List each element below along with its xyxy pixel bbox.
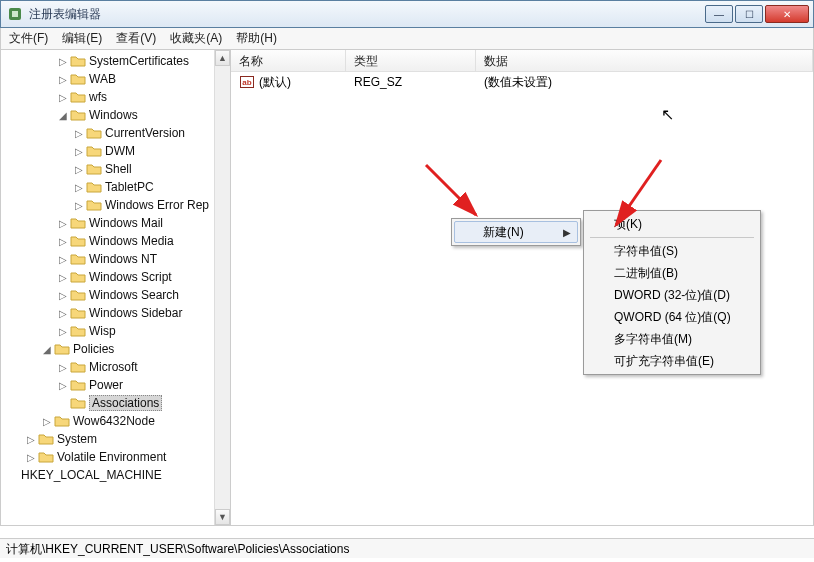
menu-item-string[interactable]: 字符串值(S): [586, 240, 758, 262]
tree-node[interactable]: ▷SystemCertificates: [3, 52, 230, 70]
menu-favorites[interactable]: 收藏夹(A): [170, 30, 222, 47]
expand-icon[interactable]: ▷: [25, 434, 37, 445]
tree-node[interactable]: ▷Windows Script: [3, 268, 230, 286]
tree-node[interactable]: ◢Windows: [3, 106, 230, 124]
menu-edit[interactable]: 编辑(E): [62, 30, 102, 47]
tree-label: System: [57, 432, 97, 446]
expand-icon[interactable]: ▷: [57, 272, 69, 283]
folder-icon: [38, 432, 54, 446]
folder-icon: [86, 126, 102, 140]
tree-node[interactable]: HKEY_LOCAL_MACHINE: [3, 466, 230, 484]
string-value-icon: ab: [239, 75, 255, 89]
row-name: (默认): [259, 74, 291, 91]
column-headers: 名称 类型 数据: [231, 50, 813, 72]
expand-icon[interactable]: ▷: [57, 380, 69, 391]
tree-scrollbar[interactable]: ▲ ▼: [214, 50, 230, 525]
tree-node[interactable]: ▷Windows Media: [3, 232, 230, 250]
expand-icon[interactable]: ▷: [73, 128, 85, 139]
expand-icon[interactable]: ▷: [57, 290, 69, 301]
folder-icon: [86, 162, 102, 176]
tree-node[interactable]: ◢Policies: [3, 340, 230, 358]
folder-icon: [54, 342, 70, 356]
tree-pane: ▷SystemCertificates▷WAB▷wfs◢Windows▷Curr…: [1, 50, 231, 525]
expand-icon[interactable]: ▷: [57, 74, 69, 85]
tree-node[interactable]: ▷Microsoft: [3, 358, 230, 376]
menu-item-binary[interactable]: 二进制值(B): [586, 262, 758, 284]
collapse-icon[interactable]: ◢: [57, 110, 69, 121]
expand-icon[interactable]: ▷: [57, 254, 69, 265]
window-controls: — ☐ ✕: [705, 5, 813, 23]
registry-tree[interactable]: ▷SystemCertificates▷WAB▷wfs◢Windows▷Curr…: [3, 52, 230, 484]
tree-label: Windows Mail: [89, 216, 163, 230]
tree-node[interactable]: ▷System: [3, 430, 230, 448]
collapse-icon[interactable]: ◢: [41, 344, 53, 355]
menu-item-dword[interactable]: DWORD (32-位)值(D): [586, 284, 758, 306]
main-area: ▷SystemCertificates▷WAB▷wfs◢Windows▷Curr…: [0, 50, 814, 526]
tree-node[interactable]: ▷Wisp: [3, 322, 230, 340]
menu-item-expand[interactable]: 可扩充字符串值(E): [586, 350, 758, 372]
tree-node[interactable]: ▷Windows Search: [3, 286, 230, 304]
col-data[interactable]: 数据: [476, 50, 813, 71]
tree-node[interactable]: ▷DWM: [3, 142, 230, 160]
close-button[interactable]: ✕: [765, 5, 809, 23]
tree-label: Windows: [89, 108, 138, 122]
tree-label: SystemCertificates: [89, 54, 189, 68]
tree-node[interactable]: ▷Windows Mail: [3, 214, 230, 232]
menu-view[interactable]: 查看(V): [116, 30, 156, 47]
col-name[interactable]: 名称: [231, 50, 346, 71]
tree-label: wfs: [89, 90, 107, 104]
tree-node[interactable]: ▷Windows NT: [3, 250, 230, 268]
tree-label: Windows Sidebar: [89, 306, 182, 320]
expand-icon[interactable]: ▷: [25, 452, 37, 463]
tree-node[interactable]: ▷Shell: [3, 160, 230, 178]
list-row[interactable]: ab (默认) REG_SZ (数值未设置): [231, 72, 813, 92]
svg-line-2: [426, 165, 476, 215]
context-submenu: 项(K) 字符串值(S) 二进制值(B) DWORD (32-位)值(D) QW…: [583, 210, 761, 375]
tree-node[interactable]: ▷Wow6432Node: [3, 412, 230, 430]
tree-node[interactable]: Associations: [3, 394, 230, 412]
tree-node[interactable]: ▷Windows Error Rep: [3, 196, 230, 214]
col-type[interactable]: 类型: [346, 50, 476, 71]
row-data: (数值未设置): [476, 74, 813, 91]
expand-icon[interactable]: ▷: [57, 308, 69, 319]
menu-item-key[interactable]: 项(K): [586, 213, 758, 235]
expand-icon[interactable]: ▷: [57, 92, 69, 103]
folder-icon: [54, 414, 70, 428]
tree-node[interactable]: ▷TabletPC: [3, 178, 230, 196]
tree-label: CurrentVersion: [105, 126, 185, 140]
submenu-arrow-icon: ▶: [563, 227, 571, 238]
tree-node[interactable]: ▷CurrentVersion: [3, 124, 230, 142]
expand-icon[interactable]: ▷: [73, 164, 85, 175]
scroll-up-button[interactable]: ▲: [215, 50, 230, 66]
expand-icon[interactable]: ▷: [73, 182, 85, 193]
folder-icon: [70, 72, 86, 86]
menu-file[interactable]: 文件(F): [9, 30, 48, 47]
folder-icon: [70, 216, 86, 230]
menu-item-qword[interactable]: QWORD (64 位)值(Q): [586, 306, 758, 328]
expand-icon[interactable]: ▷: [57, 326, 69, 337]
tree-node[interactable]: ▷WAB: [3, 70, 230, 88]
scroll-down-button[interactable]: ▼: [215, 509, 230, 525]
expand-icon[interactable]: ▷: [73, 200, 85, 211]
folder-icon: [70, 270, 86, 284]
folder-icon: [70, 324, 86, 338]
folder-icon: [70, 288, 86, 302]
status-path: 计算机\HKEY_CURRENT_USER\Software\Policies\…: [6, 542, 349, 556]
tree-node[interactable]: ▷Windows Sidebar: [3, 304, 230, 322]
tree-node[interactable]: ▷Power: [3, 376, 230, 394]
expand-icon[interactable]: ▷: [73, 146, 85, 157]
window-title: 注册表编辑器: [29, 6, 705, 23]
menu-help[interactable]: 帮助(H): [236, 30, 277, 47]
expand-icon[interactable]: ▷: [57, 236, 69, 247]
expand-icon[interactable]: ▷: [41, 416, 53, 427]
maximize-button[interactable]: ☐: [735, 5, 763, 23]
minimize-button[interactable]: —: [705, 5, 733, 23]
expand-icon[interactable]: ▷: [57, 362, 69, 373]
tree-node[interactable]: ▷Volatile Environment: [3, 448, 230, 466]
menu-item-new[interactable]: 新建(N) ▶: [454, 221, 578, 243]
expand-icon[interactable]: ▷: [57, 218, 69, 229]
tree-node[interactable]: ▷wfs: [3, 88, 230, 106]
menu-item-multi[interactable]: 多字符串值(M): [586, 328, 758, 350]
tree-label: Microsoft: [89, 360, 138, 374]
expand-icon[interactable]: ▷: [57, 56, 69, 67]
